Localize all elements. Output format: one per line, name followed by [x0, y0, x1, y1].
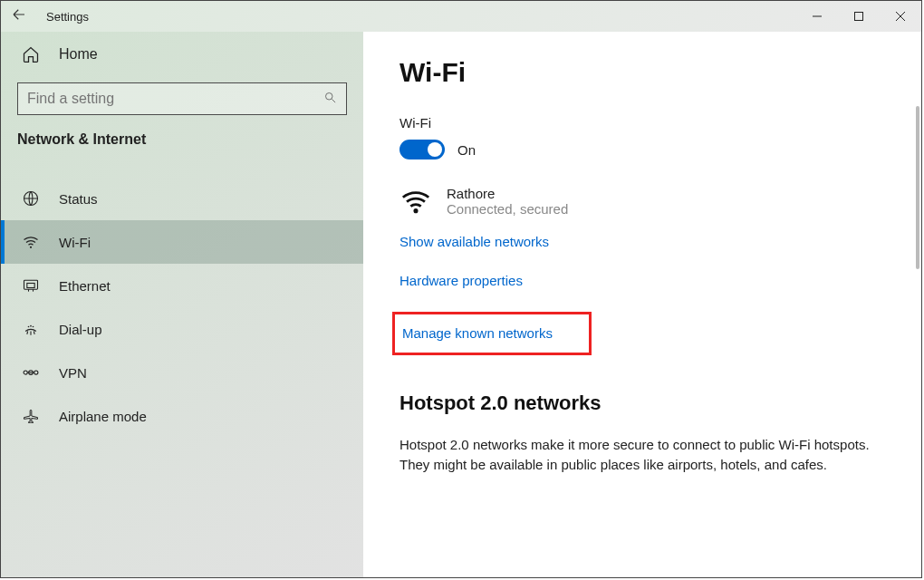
sidebar-item-label: Status	[59, 191, 98, 207]
svg-line-3	[332, 99, 335, 102]
wifi-toggle[interactable]	[399, 140, 445, 160]
svg-point-15	[33, 326, 34, 328]
toggle-knob	[428, 142, 442, 157]
close-icon	[895, 11, 906, 22]
home-label: Home	[59, 46, 98, 63]
close-button[interactable]	[880, 1, 921, 32]
svg-point-20	[413, 208, 418, 213]
globe-icon	[21, 188, 41, 208]
svg-line-12	[34, 332, 34, 334]
svg-point-17	[34, 371, 38, 374]
sidebar-item-vpn[interactable]: VPN	[1, 351, 363, 394]
sidebar-item-ethernet[interactable]: Ethernet	[1, 264, 363, 307]
settings-window: Settings Home	[0, 0, 922, 578]
search-icon	[313, 91, 346, 107]
network-status: Connected, secured	[447, 201, 568, 217]
svg-point-5	[30, 246, 32, 248]
minimize-button[interactable]	[796, 1, 838, 32]
dialup-icon	[21, 319, 41, 339]
hotspot-description: Hotspot 2.0 networks make it more secure…	[399, 435, 885, 475]
maximize-icon	[853, 11, 864, 22]
show-available-networks-link[interactable]: Show available networks	[399, 234, 549, 249]
sidebar-item-label: Wi-Fi	[59, 235, 91, 250]
svg-point-2	[325, 93, 332, 101]
vpn-icon	[21, 362, 41, 382]
titlebar: Settings	[1, 1, 921, 32]
sidebar-item-label: Airplane mode	[59, 409, 147, 424]
sidebar-item-status[interactable]: Status	[1, 177, 363, 220]
airplane-icon	[21, 406, 41, 426]
wifi-signal-icon	[399, 185, 432, 218]
sidebar-item-wifi[interactable]: Wi-Fi	[1, 220, 363, 264]
network-name: Rathore	[447, 186, 568, 201]
home-button[interactable]: Home	[1, 32, 363, 77]
search-box[interactable]	[17, 82, 347, 115]
window-controls	[796, 1, 921, 32]
connected-network-text: Rathore Connected, secured	[447, 186, 568, 217]
svg-point-13	[28, 326, 30, 328]
wifi-section-label: Wi-Fi	[399, 115, 885, 130]
svg-rect-7	[27, 284, 34, 288]
window-body: Home Network & Internet Status	[1, 32, 921, 577]
window-title: Settings	[46, 10, 89, 24]
minimize-icon	[812, 11, 823, 22]
svg-rect-1	[855, 13, 863, 21]
manage-known-networks-link[interactable]: Manage known networks	[402, 325, 553, 341]
svg-point-14	[30, 325, 32, 327]
home-icon	[21, 44, 41, 64]
wifi-toggle-row: On	[399, 140, 885, 160]
hotspot-heading: Hotspot 2.0 networks	[399, 392, 885, 415]
sidebar-item-dialup[interactable]: Dial-up	[1, 307, 363, 351]
main-panel: Wi-Fi Wi-Fi On Rathore Connected, secure…	[363, 32, 921, 577]
sidebar-category: Network & Internet	[1, 131, 363, 164]
hardware-properties-link[interactable]: Hardware properties	[399, 273, 523, 288]
manage-known-networks-highlight: Manage known networks	[392, 312, 592, 355]
wifi-toggle-state: On	[457, 142, 476, 158]
maximize-button[interactable]	[838, 1, 880, 32]
svg-line-10	[27, 332, 28, 334]
svg-point-16	[24, 371, 27, 374]
sidebar-item-label: VPN	[59, 365, 87, 381]
connected-network-row[interactable]: Rathore Connected, secured	[399, 185, 885, 218]
arrow-left-icon	[11, 6, 27, 23]
sidebar-item-label: Ethernet	[59, 278, 111, 294]
sidebar-item-airplane[interactable]: Airplane mode	[1, 394, 363, 438]
sidebar: Home Network & Internet Status	[1, 32, 363, 577]
search-input[interactable]	[18, 91, 313, 107]
sidebar-nav: Status Wi-Fi Ethernet	[1, 177, 363, 438]
back-button[interactable]	[1, 6, 37, 27]
sidebar-item-label: Dial-up	[59, 322, 102, 337]
ethernet-icon	[21, 276, 41, 295]
page-title: Wi-Fi	[399, 57, 885, 88]
wifi-icon	[21, 232, 41, 252]
scrollbar[interactable]	[916, 106, 919, 269]
